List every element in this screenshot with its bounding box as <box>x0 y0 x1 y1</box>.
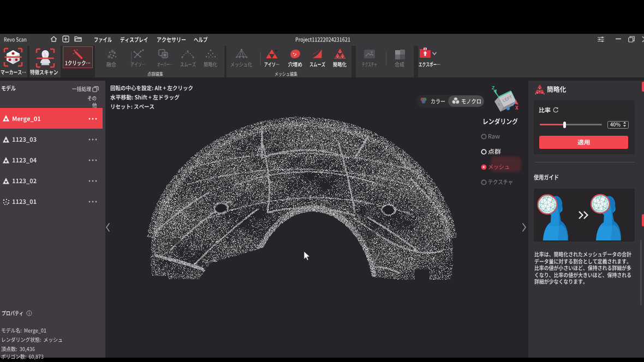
svg-text:Z: Z <box>492 85 495 90</box>
